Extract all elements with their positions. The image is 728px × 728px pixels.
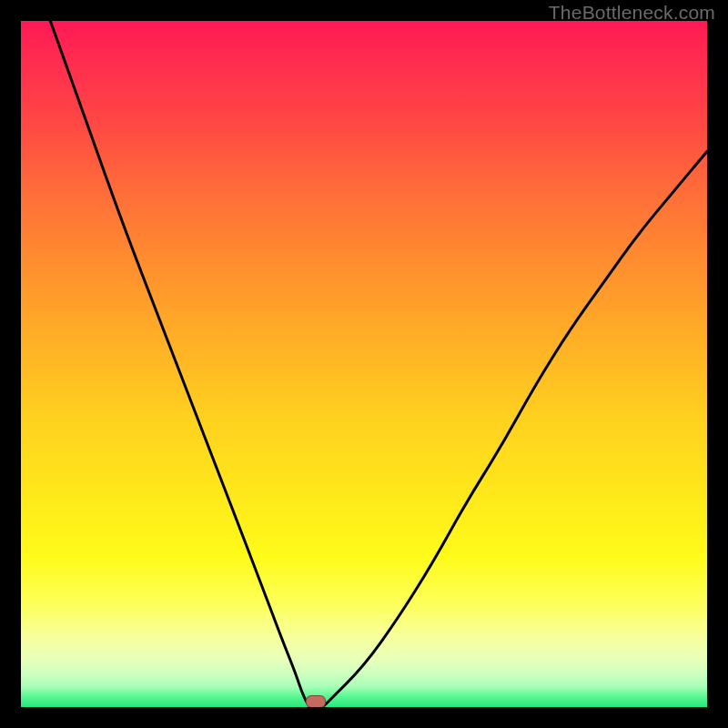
curve-svg — [21, 21, 707, 707]
minimum-marker — [306, 695, 326, 707]
plot-area — [21, 21, 707, 707]
bottleneck-curve — [21, 21, 707, 707]
chart-frame: TheBottleneck.com — [0, 0, 728, 728]
